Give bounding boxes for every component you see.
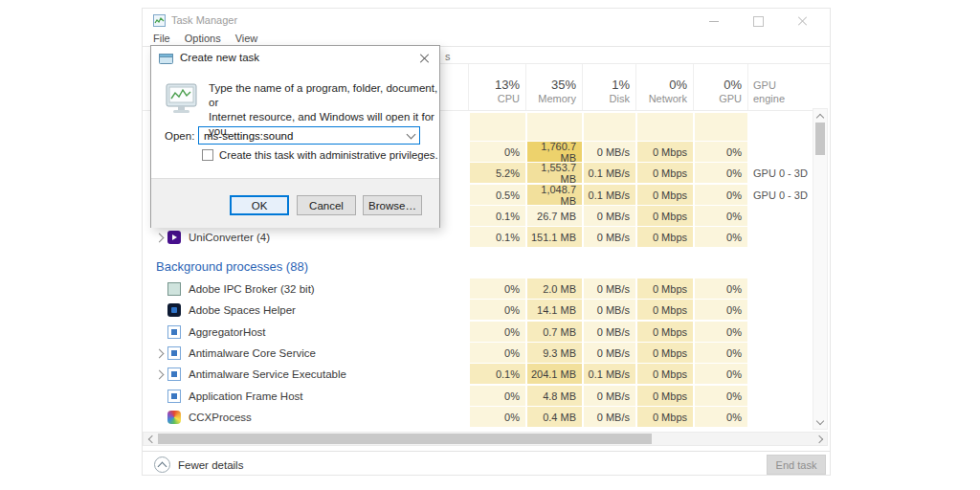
value-cell: 0% (693, 386, 747, 407)
maximize-icon (753, 16, 764, 27)
process-name-cell[interactable]: Antimalware Service Executable (143, 364, 464, 385)
process-name-cell[interactable]: CCXProcess (143, 407, 464, 428)
dialog-title-bar[interactable]: Create new task (151, 46, 439, 71)
scroll-right-icon[interactable] (813, 433, 827, 445)
value-cell: 0% (693, 185, 747, 206)
menu-file[interactable]: File (153, 33, 170, 44)
process-name-cell[interactable]: Adobe IPC Broker (32 bit) (143, 278, 464, 300)
value-cell: 5.2% (468, 163, 525, 184)
value-cell: 0 MB/s (582, 227, 635, 248)
value-cell: 0 MB/s (582, 300, 635, 321)
value-cell: 9.3 MB (525, 343, 582, 364)
menu-view[interactable]: View (235, 33, 258, 44)
table-row[interactable]: CCXProcess0%0.4 MB0 MB/s0 Mbps0% (143, 407, 814, 428)
value-cell: 0.1 MB/s (582, 364, 635, 385)
value-cell: 0% (693, 343, 747, 364)
table-row[interactable]: AggregatorHost0%0.7 MB0 MB/s0 Mbps0% (143, 322, 814, 343)
value-cell: 0% (468, 322, 525, 343)
window-title: Task Manager (171, 14, 237, 26)
column-header-cpu[interactable]: 13%CPU (468, 64, 525, 110)
column-header-memory[interactable]: 35%Memory (525, 64, 582, 110)
admin-privileges-row[interactable]: Create this task with administrative pri… (202, 149, 438, 161)
expand-chevron-icon[interactable] (154, 369, 164, 379)
cancel-button[interactable]: Cancel (297, 195, 356, 215)
value-cell: 0% (468, 142, 525, 163)
group-heading-background-processes[interactable]: Background processes (88) (156, 259, 308, 274)
dialog-close-button[interactable] (418, 53, 430, 64)
end-task-button[interactable]: End task (767, 455, 826, 475)
table-row[interactable]: Antimalware Service Executable0.1%204.1 … (143, 364, 814, 385)
default-exe-icon (167, 368, 181, 381)
page: Task Manager File Options View s 13%CPU3… (0, 0, 980, 490)
horizontal-scrollbar[interactable] (143, 432, 828, 446)
table-row[interactable]: UniConverter (4)0.1%151.1 MB0 MB/s0 Mbps… (143, 227, 814, 248)
combobox-dropdown-button[interactable] (402, 133, 419, 138)
process-name: Antimalware Core Service (189, 347, 316, 359)
process-name: Adobe IPC Broker (32 bit) (189, 283, 315, 295)
value-cell: 0 Mbps (635, 343, 693, 364)
expand-chevron-icon[interactable] (154, 233, 164, 242)
value-cell: 0 Mbps (635, 227, 693, 248)
title-bar[interactable]: Task Manager (143, 9, 830, 33)
value-cell: 0% (693, 142, 747, 163)
table-row[interactable]: Antimalware Core Service0%9.3 MB0 MB/s0 … (143, 343, 814, 364)
admin-privileges-checkbox[interactable] (202, 149, 213, 161)
value-cell: 4.8 MB (525, 386, 582, 407)
process-name-cell[interactable]: AggregatorHost (143, 322, 464, 343)
scroll-left-icon[interactable] (144, 433, 157, 445)
vertical-scrollbar[interactable] (813, 108, 828, 430)
default-exe-icon (167, 346, 181, 360)
process-name-cell[interactable]: Application Frame Host (143, 386, 464, 407)
process-name-cell[interactable]: Adobe Spaces Helper (143, 300, 464, 321)
close-icon (797, 16, 807, 26)
table-row[interactable]: Adobe IPC Broker (32 bit)0%2.0 MB0 MB/s0… (143, 278, 814, 300)
table-row[interactable]: Adobe Spaces Helper0%14.1 MB0 MB/s0 Mbps… (143, 300, 814, 321)
column-header-gpu-engine[interactable]: GPU engine (747, 64, 814, 110)
value-cell: 14.1 MB (525, 300, 582, 321)
maximize-button[interactable] (736, 11, 780, 32)
value-cell: 0 Mbps (635, 407, 693, 428)
close-button[interactable] (780, 11, 824, 32)
table-row[interactable]: Application Frame Host0%4.8 MB0 MB/s0 Mb… (143, 386, 814, 407)
value-cell: 0 MB/s (582, 407, 635, 428)
process-name: AggregatorHost (189, 326, 266, 338)
value-cell: 0% (468, 386, 525, 407)
gpu-engine-cell: GPU 0 - 3D (749, 163, 818, 184)
menu-bar: File Options View (153, 33, 257, 44)
column-header-disk[interactable]: 1%Disk (582, 64, 635, 110)
column-name: GPU engine (753, 78, 809, 105)
vertical-scroll-thumb[interactable] (815, 122, 825, 155)
value-cell: 0.1% (468, 227, 525, 248)
horizontal-scroll-thumb[interactable] (158, 434, 652, 444)
open-combobox[interactable]: ms-settings:sound (198, 126, 420, 145)
value-cell: 1,048.7 MB (525, 185, 582, 206)
process-name: UniConverter (4) (189, 232, 270, 243)
process-name-cell[interactable]: UniConverter (4) (143, 227, 464, 248)
value-cell: 0 MB/s (582, 322, 635, 343)
value-cell: 0.1 MB/s (582, 163, 635, 184)
ok-button[interactable]: OK (230, 195, 289, 215)
fewer-details-button[interactable]: Fewer details (154, 457, 243, 473)
column-header-network[interactable]: 0%Network (635, 64, 693, 110)
value-cell: 0 MB/s (582, 206, 635, 227)
open-combobox-value[interactable]: ms-settings:sound (199, 130, 402, 142)
expand-chevron-icon[interactable] (154, 348, 164, 358)
value-cell: 0 MB/s (582, 343, 635, 364)
process-name-cell[interactable]: Antimalware Core Service (143, 343, 464, 364)
scroll-down-icon[interactable] (813, 415, 827, 429)
value-cell: 0.1% (468, 206, 525, 227)
value-cell: 0% (468, 300, 525, 321)
column-usage-percent: 0% (724, 78, 742, 92)
value-cell: 0 Mbps (635, 142, 693, 163)
column-usage-percent: 35% (551, 78, 576, 92)
minimize-button[interactable] (692, 11, 736, 32)
value-cell (525, 113, 582, 142)
column-header-gpu[interactable]: 0%GPU (693, 64, 747, 110)
value-cell: 0% (693, 364, 747, 385)
browse-button[interactable]: Browse… (363, 195, 422, 215)
value-cell: 151.1 MB (525, 227, 582, 248)
menu-options[interactable]: Options (185, 33, 221, 44)
value-cell: 1,553.7 MB (525, 163, 582, 184)
scroll-up-icon[interactable] (813, 109, 827, 122)
value-cell: 0.5% (468, 185, 525, 206)
